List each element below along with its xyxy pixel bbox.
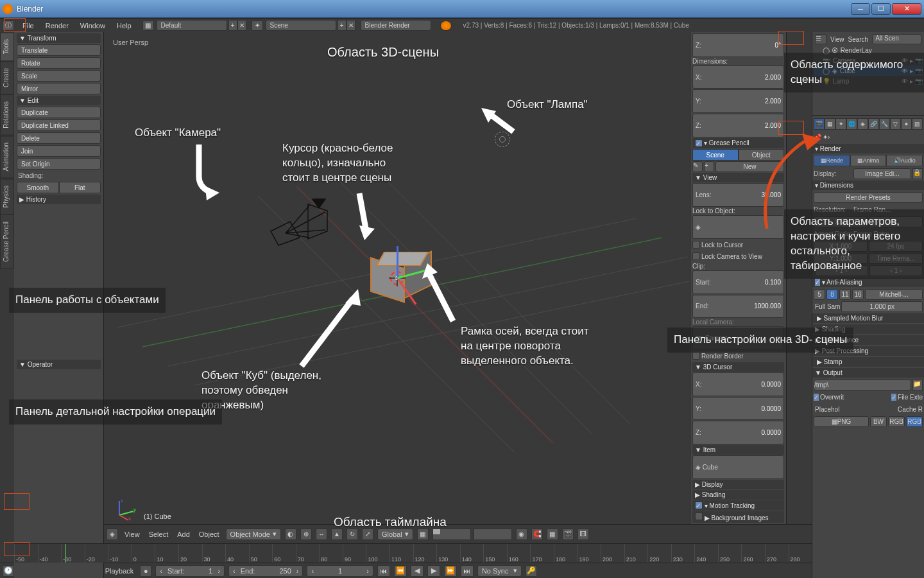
transform-header[interactable]: ▼ Transform [17, 33, 101, 43]
aa-px-field[interactable]: 1.000 px [841, 301, 923, 312]
window-minimize-button[interactable]: ─ [851, 3, 870, 15]
manip-translate-icon[interactable]: ▲ [331, 529, 343, 540]
prop-tab-world[interactable]: 🌐 [846, 118, 857, 130]
bw-button[interactable]: BW [870, 416, 887, 427]
snap-icon[interactable]: 🧲 [531, 529, 543, 540]
keying-set-icon[interactable]: 🔑 [526, 565, 537, 577]
scene-icon[interactable]: ✦ [252, 21, 263, 31]
format-dropdown[interactable]: ▦ PNG [814, 416, 869, 427]
rotate-button[interactable]: Rotate [17, 57, 101, 69]
opengl-anim-icon[interactable]: 🎞 [578, 529, 589, 540]
scene-dropdown[interactable]: Scene [266, 20, 336, 31]
menu-file[interactable]: File [17, 22, 40, 30]
editor-type-outliner-icon[interactable]: ☰ [815, 34, 826, 44]
opengl-render-icon[interactable]: 🎬 [562, 529, 574, 540]
translate-button[interactable]: Translate [17, 44, 101, 56]
gp-object-button[interactable]: Object [739, 149, 785, 161]
rgb-button[interactable]: RGB [888, 416, 905, 427]
display-dropdown[interactable]: Image Edi... [853, 168, 911, 179]
aa-11[interactable]: 11 [839, 289, 851, 300]
perf-header[interactable]: ▶ Performance [812, 335, 924, 345]
mode-dropdown[interactable]: Object Mode ▾ [226, 529, 281, 540]
cursor-y-field[interactable]: Y:0.0000 [692, 397, 784, 421]
render-presets-dropdown[interactable]: Render Presets [814, 192, 923, 203]
overwrite-check[interactable]: ✓ [814, 394, 819, 401]
clip-end-field[interactable]: End:1000.000 [692, 295, 784, 319]
screen-layout-icon[interactable]: ▦ [142, 21, 154, 31]
manip-rotate-icon[interactable]: ↻ [346, 529, 358, 540]
vp-menu-add[interactable]: Add [175, 530, 193, 538]
shading-header[interactable]: ▶ Shading [692, 490, 784, 500]
item-header[interactable]: ▼ Item [692, 445, 784, 455]
layers-icon[interactable]: ▦ [417, 529, 429, 540]
tab-create[interactable]: Create [0, 61, 14, 94]
shading-mode-icon[interactable]: ◐ [285, 529, 296, 540]
edit-header[interactable]: ▼ Edit [17, 96, 101, 105]
post-header[interactable]: ▶ Post Processing [812, 346, 924, 356]
outliner-renderlayer[interactable]: ◯ ⦿ RenderLay [814, 45, 923, 55]
proportional-icon[interactable]: ◉ [516, 529, 527, 540]
aa-header[interactable]: ✓ ▾ Anti-Aliasing [812, 277, 924, 287]
ext-check[interactable]: ✓ [891, 394, 896, 401]
layer-buttons[interactable] [432, 529, 512, 540]
aa-5[interactable]: 5 [814, 289, 825, 300]
join-button[interactable]: Join [17, 145, 101, 157]
prop-tab-texture[interactable]: ▨ [912, 118, 923, 130]
manipulator-toggle-icon[interactable]: ↔ [316, 529, 327, 540]
editor-type-timeline-icon[interactable]: 🕐 [3, 565, 14, 577]
scene-add-button[interactable]: + [338, 20, 346, 31]
output-path-field[interactable]: /tmp\ [814, 380, 911, 390]
old-field[interactable]: ‹ 1 › [815, 265, 868, 276]
fps-field[interactable]: 24 fps [869, 241, 923, 252]
manip-scale-icon[interactable]: ⤢ [362, 529, 373, 540]
outliner-item-lamp[interactable]: 💡Lamp👁 ▸ 📷 [814, 76, 923, 86]
tl-menu-playback[interactable]: Playback [103, 567, 137, 575]
menu-render[interactable]: Render [40, 22, 74, 30]
smooth-button[interactable]: Smooth [17, 182, 59, 193]
prop-tab-render[interactable]: 🎬 [814, 118, 825, 130]
orientation-dropdown[interactable]: Global ▾ [377, 529, 413, 540]
menu-window[interactable]: Window [74, 22, 111, 30]
duplicate-linked-button[interactable]: Duplicate Linked [17, 119, 101, 131]
jump-end-button[interactable]: ⏭ [461, 565, 474, 577]
window-maximize-button[interactable]: ☐ [871, 3, 891, 15]
scene-remove-button[interactable]: ✕ [346, 20, 355, 31]
timeline[interactable]: -50-40-30-20-100102030405060708090100110… [14, 543, 812, 563]
cursor-x-field[interactable]: X:0.0000 [692, 372, 784, 396]
tl-current-field[interactable]: ‹ 1 › [307, 565, 373, 577]
history-header[interactable]: ▶ History [17, 195, 101, 204]
tab-animation[interactable]: Animation [0, 136, 14, 178]
cursor-z-field[interactable]: Z:0.0000 [692, 421, 784, 444]
screen-layout-dropdown[interactable]: Default [157, 20, 227, 31]
anim-tab[interactable]: ▦ Anima [850, 155, 887, 166]
outliner-item-camera[interactable]: 📷Camera👁 ▸ 📷 [814, 55, 923, 66]
prop-tab-constraint[interactable]: 🔗 [868, 118, 879, 130]
editor-type-info-icon[interactable]: ⓘ [3, 21, 14, 31]
scale-button[interactable]: Scale [17, 70, 101, 82]
jump-start-button[interactable]: ⏮ [377, 565, 390, 577]
viewport-3d[interactable]: User Persp [104, 32, 690, 524]
snap-type-icon[interactable]: ▦ [547, 529, 558, 540]
vp-menu-object[interactable]: Object [196, 530, 222, 538]
tab-relations[interactable]: Relations [0, 94, 14, 136]
res-x-field[interactable]: X: 1 [814, 216, 868, 227]
3d-cursor-header[interactable]: ▼ 3D Cursor [692, 362, 784, 372]
tab-tools[interactable]: Tools [0, 32, 14, 61]
aa-16[interactable]: 16 [852, 289, 864, 300]
render-panel-header[interactable]: ▾ Render [812, 144, 924, 153]
lock-object-field[interactable]: ◈ [692, 215, 784, 239]
frame-start-field[interactable]: 1 [869, 216, 923, 227]
local-camera-field[interactable]: 📷 Camera✕ [692, 326, 784, 350]
n-panel-scrollbar[interactable] [786, 32, 812, 524]
window-close-button[interactable]: ✕ [892, 3, 921, 15]
dim-z-field[interactable]: Z:2.000 [692, 114, 784, 137]
dimensions-panel-header[interactable]: ▾ Dimensions [812, 180, 924, 190]
shading-header2[interactable]: ▶ Shading [812, 324, 924, 334]
prop-tab-data[interactable]: ▽ [890, 118, 901, 130]
keyframe-next-button[interactable]: ⏩ [444, 565, 457, 577]
render-tab[interactable]: ▦ Rende [814, 155, 850, 166]
tl-start-field[interactable]: ‹ Start: 1 › [155, 565, 225, 577]
render-border-check[interactable] [692, 352, 700, 360]
grease-pencil-header[interactable]: ✓▾ Grease Pencil [692, 138, 784, 148]
tl-end-field[interactable]: ‹ End: 250 › [228, 565, 303, 577]
